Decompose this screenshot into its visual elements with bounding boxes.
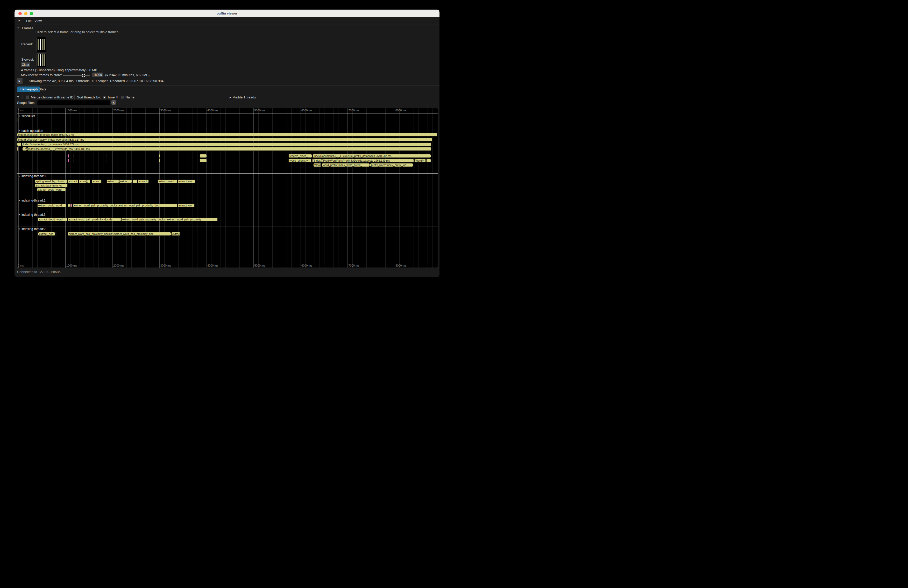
clear-filter-button[interactable]: x [111, 100, 116, 104]
flame-bar[interactable] [426, 159, 431, 162]
flame-bar[interactable] [68, 204, 70, 207]
frame-bar[interactable] [37, 55, 39, 66]
flame-bar[interactable]: typed_chunk::w [288, 159, 311, 162]
flame-bar[interactable]: extract_word_pair_proximity_docids::extr… [121, 218, 218, 221]
tab-stats[interactable]: Stats [39, 87, 47, 91]
slowest-frames-thumbnail[interactable] [36, 53, 47, 67]
flame-bar[interactable] [106, 159, 107, 162]
clear-button[interactable]: Clear [21, 63, 30, 67]
merge-children-label[interactable]: Merge children with same ID [31, 95, 74, 99]
flame-bar[interactable]: word_prefix::index_word_prefix_ [322, 163, 370, 167]
flame-bar[interactable]: prefix_word::index_prefix_wo [370, 163, 413, 167]
thread-header[interactable]: ▼indexing-thread:1 [18, 199, 46, 202]
flame-bar[interactable] [159, 154, 160, 158]
flame-bar[interactable]: IndexDocuments<_, _>::execute 8656.677 m… [22, 143, 431, 146]
flame-bar[interactable]: index [313, 159, 322, 162]
flame-bar[interactable] [68, 159, 69, 162]
flame-bar[interactable] [70, 204, 72, 207]
flame-bar[interactable]: split_grenad_by_chunk [35, 180, 67, 183]
sort-name-label[interactable]: Name [126, 95, 135, 99]
flame-bar[interactable]: Trans [22, 147, 27, 151]
selected-frame-bar[interactable] [40, 39, 41, 50]
max-frames-value[interactable]: 18000 [92, 72, 103, 77]
thread-header[interactable]: ▼indexing-thread:0 [18, 174, 46, 178]
frame-bar[interactable] [42, 55, 43, 66]
flame-bar[interactable]: IndexDocuments<_, _>::execute_raw 8459.1… [27, 147, 431, 151]
tab-flamegraph[interactable]: Flamegraph [17, 87, 40, 92]
flame-bar[interactable] [55, 232, 56, 236]
flame-bar[interactable]: extract [138, 180, 149, 183]
max-frames-slider-knob[interactable] [82, 74, 85, 77]
sort-time-radio[interactable] [103, 96, 106, 99]
flame-bar[interactable] [17, 118, 18, 122]
flame-bar[interactable]: IndexScheduler>::apply_index_operation 8… [17, 138, 433, 141]
flame-bar[interactable]: PrefixWordPairsProximityDocids::execute … [322, 159, 414, 162]
flame-bar[interactable]: extract::data_from_ob [35, 184, 68, 187]
help-button[interactable]: ? [17, 95, 19, 99]
frame-bar[interactable] [43, 39, 45, 50]
visible-threads-header[interactable]: ▶Visible Threads [230, 95, 256, 99]
flame-bar[interactable]: WordPr [414, 159, 426, 162]
flame-bar[interactable]: extra [79, 180, 87, 183]
menu-file[interactable]: File [26, 19, 32, 23]
frame-bar[interactable] [37, 39, 39, 50]
flame-bar[interactable]: extract_docid_word [38, 218, 68, 221]
menu-view[interactable]: View [34, 19, 42, 23]
collapse-icon: ▼ [18, 115, 20, 117]
flame-bar[interactable]: receive_typed_ [288, 154, 312, 158]
flame-bar[interactable]: extrac [171, 232, 180, 236]
divider [16, 93, 438, 93]
selected-frame-bar[interactable] [40, 55, 41, 66]
thread-header[interactable]: ▼indexing-thread:2 [18, 227, 46, 231]
flame-bar[interactable] [106, 154, 107, 158]
flame-bar[interactable]: IndexDocuments<_, _>::execute_prefix_dat… [312, 154, 431, 158]
flame-bar[interactable] [87, 180, 90, 183]
flame-bar[interactable] [68, 154, 69, 158]
recent-frames-thumbnail[interactable] [36, 37, 47, 52]
flame-bar[interactable]: extract [68, 180, 78, 183]
play-button[interactable]: ▶ [16, 78, 23, 84]
frames-section-header[interactable]: ▼ Frames [17, 26, 33, 30]
flame-bar[interactable]: extract_doc [38, 232, 55, 236]
thread-header[interactable]: ▼batch-operation [18, 129, 43, 133]
flamegraph-panel[interactable]: 0 ms1000 ms2000 ms3000 ms4000 ms5000 ms6… [17, 108, 438, 268]
flame-bar[interactable]: Word [313, 163, 321, 167]
flame-bar[interactable]: extrac [92, 180, 101, 183]
flame-bar[interactable] [200, 154, 207, 158]
max-frames-slider[interactable] [63, 75, 90, 76]
frame-bar[interactable] [43, 55, 45, 66]
flame-bar[interactable]: extract_word_pair_proximity_docids::extr… [73, 204, 177, 207]
sort-name-radio[interactable] [121, 96, 124, 99]
flame-bar[interactable] [132, 180, 137, 183]
frame-bar[interactable] [42, 39, 43, 50]
flame-bar[interactable] [73, 154, 74, 158]
flame-bar[interactable]: extract_docid_word [37, 204, 66, 207]
flame-bar[interactable]: extract_wo [177, 180, 195, 183]
flame-bar[interactable] [17, 147, 18, 151]
flame-bar[interactable]: extract_docid_word [37, 188, 66, 191]
scope-filter-input[interactable] [37, 100, 110, 105]
flame-bar[interactable] [73, 159, 74, 162]
flame-bar[interactable]: extract_word [158, 180, 177, 183]
flame-bar[interactable] [67, 180, 68, 183]
flame-bar[interactable] [159, 159, 160, 162]
flame-bar[interactable] [17, 143, 21, 146]
thread-name: indexing-thread:2 [21, 227, 46, 231]
titlebar[interactable]: puffin viewer [14, 10, 440, 18]
sort-direction-icon[interactable]: ⬇ [116, 95, 118, 99]
flame-bar[interactable]: extract_ [106, 180, 119, 183]
thread-header[interactable]: ▼indexing-thread:3 [18, 213, 46, 217]
flame-bar[interactable] [200, 159, 207, 162]
flame-bar[interactable]: extract_wo [177, 204, 195, 207]
thread-header[interactable]: ▼scheduler [18, 114, 35, 118]
merge-children-checkbox[interactable] [26, 96, 29, 99]
thread-section: ▼indexing-thread:2extract_docextract_wor… [17, 226, 438, 265]
sort-time-label[interactable]: Time [107, 95, 114, 99]
theme-icon[interactable]: ☀ [18, 19, 21, 22]
axis-tick-label: 1000 ms [66, 264, 77, 267]
flame-bar[interactable]: extract_ [119, 180, 132, 183]
flame-bar[interactable]: extract_word_pair_proximity_docids::extr… [68, 232, 171, 236]
flame-bar[interactable]: IndexScheduler>::process_batch 8953.821 … [17, 133, 437, 137]
flame-bar[interactable]: extract_word_pair_proximity_docids [68, 218, 121, 221]
flame-bar[interactable] [312, 159, 313, 162]
